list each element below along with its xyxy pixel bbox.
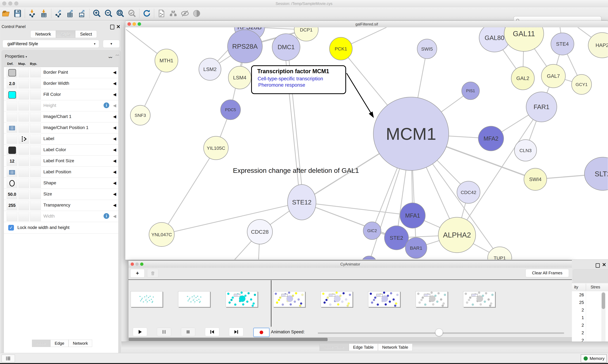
table-cell[interactable]: 25 [572, 300, 584, 305]
table-cell[interactable]: 1 [572, 315, 584, 320]
task-history-button[interactable] [1, 355, 15, 362]
frame-thumbnail-2[interactable] [226, 291, 258, 307]
default-cell[interactable]: 50.0 [7, 190, 17, 199]
network-node-GAL11[interactable]: GAL11 [504, 27, 544, 52]
property-row-border-paint[interactable]: Border Paint◀ [4, 67, 118, 78]
property-row-border-width[interactable]: 2.0Border Width◀ [4, 78, 118, 89]
mapping-cell[interactable] [18, 90, 29, 99]
network-node-PIS1[interactable]: PIS1 [462, 82, 479, 100]
default-cell[interactable] [7, 134, 17, 144]
export-image-button[interactable] [76, 8, 88, 19]
mapping-cell[interactable] [18, 156, 29, 166]
network-node-LSM4[interactable]: LSM4 [228, 66, 251, 89]
slider-thumb[interactable] [435, 329, 443, 336]
annotation-link-1[interactable]: Cell-type-specific transcription [258, 76, 323, 82]
zoom-out-button[interactable] [103, 8, 114, 19]
default-cell[interactable] [7, 68, 17, 77]
bypass-cell[interactable] [30, 134, 41, 144]
zoom-in-button[interactable] [91, 8, 103, 19]
network-node-GIC2[interactable]: GIC2 [363, 222, 381, 240]
mapping-cell[interactable] [18, 179, 29, 188]
mapping-cell[interactable] [18, 123, 29, 133]
table-cell[interactable]: 2 [572, 323, 584, 328]
import-network-button[interactable] [27, 8, 38, 19]
collapse-arrow-icon[interactable]: ◀ [113, 158, 116, 163]
tab-select[interactable]: Select [75, 30, 97, 38]
column-header[interactable]: Stres [591, 285, 600, 289]
default-cell[interactable]: 12 [7, 156, 17, 166]
network-node-DMC1[interactable]: DMC1 [272, 34, 300, 61]
close-panel-icon[interactable]: ✕ [602, 262, 606, 268]
delete-frame-button[interactable] [147, 269, 158, 277]
collapse-arrow-icon[interactable]: ◀ [113, 136, 116, 141]
bypass-cell[interactable] [30, 101, 41, 111]
network-node-SWI5[interactable]: SWI5 [417, 39, 437, 59]
network-node-GAL7[interactable]: GAL7 [541, 64, 566, 88]
canvas-annotation-text[interactable]: Expression change after deletion of GAL1 [233, 167, 359, 174]
refresh-layout-button[interactable] [141, 8, 153, 19]
network-window-titlebar[interactable]: galFiltered.sif [125, 21, 608, 27]
skip-start-button[interactable] [205, 328, 219, 336]
animation-timeline[interactable]: 0123456789 Seconds [128, 280, 572, 327]
collapse-all-icon[interactable]: ⌃⌃ [114, 54, 118, 59]
collapse-arrow-icon[interactable]: ◀ [113, 214, 116, 219]
import-table-button[interactable] [38, 8, 50, 19]
collapse-arrow-icon[interactable]: ◀ [113, 81, 116, 86]
default-cell[interactable] [7, 90, 17, 99]
bypass-cell[interactable] [30, 145, 41, 155]
find-button[interactable] [167, 8, 179, 19]
network-node-CDC28[interactable]: CDC28 [247, 220, 273, 244]
frame-thumbnail-7[interactable] [463, 291, 495, 307]
bypass-cell[interactable] [30, 190, 41, 199]
default-cell[interactable] [7, 168, 17, 177]
collapse-arrow-icon[interactable]: ◀ [113, 169, 116, 174]
property-row-label-font-size[interactable]: 12Label Font Size◀ [4, 156, 118, 167]
network-node-STE2[interactable]: STE2 [385, 226, 409, 250]
network-node-FAR1[interactable]: FAR1 [526, 92, 557, 122]
memory-button[interactable]: Memory [581, 354, 607, 363]
bypass-cell[interactable] [30, 156, 41, 166]
show-button[interactable] [191, 8, 203, 19]
tab-network-table[interactable]: Network Table [378, 344, 413, 351]
annotation-link-2[interactable]: Pheromone response [258, 82, 305, 88]
property-row-label-color[interactable]: Label Color◀ [4, 144, 118, 156]
network-node-MTH1[interactable]: MTH1 [155, 49, 178, 72]
network-node-BAR1[interactable]: BAR1 [405, 237, 427, 258]
network-node-CDC42[interactable]: CDC42 [457, 181, 480, 203]
network-node-ALPHA2[interactable]: ALPHA2 [438, 217, 476, 253]
mapping-cell[interactable] [18, 101, 29, 111]
default-cell[interactable] [7, 101, 17, 111]
mapping-cell[interactable] [18, 145, 29, 155]
network-node-MFA2[interactable]: MFA2 [478, 126, 504, 151]
collapse-arrow-icon[interactable]: ◀ [113, 70, 116, 75]
property-row-size[interactable]: 50.0Size◀ [4, 189, 118, 200]
tab-edge-table[interactable]: Edge Table [349, 344, 378, 351]
network-canvas[interactable]: RPS28BDCP1PCK1RPS28ADMC1SWI5GAL80GAL11ST… [125, 27, 608, 260]
network-node-SNF3[interactable]: SNF3 [130, 105, 150, 125]
network-node-STE4[interactable]: STE4 [551, 33, 574, 55]
network-node-PDC5[interactable]: PDC5 [221, 100, 240, 120]
chevron-down-icon[interactable]: ▾ [26, 55, 27, 58]
scrollbar-thumb[interactable] [129, 338, 328, 341]
skip-end-button[interactable] [229, 328, 243, 336]
property-row-shape[interactable]: Shape◀ [4, 178, 118, 189]
network-node-SLT2[interactable]: SLT2 [584, 157, 608, 190]
network-node-CLN3[interactable]: CLN3 [514, 140, 537, 161]
property-row-label-position[interactable]: Label Position◀ [4, 167, 118, 178]
tab-edge[interactable]: Edge [50, 340, 69, 347]
export-network-button[interactable] [53, 8, 65, 19]
network-node-YIL105C[interactable]: YIL105C [204, 136, 228, 160]
network-node-LSM2[interactable]: LSM2 [199, 58, 221, 80]
save-session-button[interactable] [12, 8, 23, 19]
lock-size-checkbox[interactable]: ✓ [8, 225, 14, 231]
timeline-playhead[interactable] [271, 280, 271, 330]
network-node-GAL2[interactable]: GAL2 [511, 67, 534, 90]
network-node-GCY1[interactable]: GCY1 [572, 75, 592, 94]
clear-all-frames-button[interactable]: Clear All Frames [525, 269, 569, 277]
default-cell[interactable]: 255 [7, 201, 17, 210]
timeline-scrollbar[interactable] [128, 337, 572, 341]
network-node-MCM1[interactable]: MCM1 [373, 97, 449, 170]
frame-thumbnail-4[interactable] [321, 291, 353, 307]
bypass-cell[interactable] [30, 179, 41, 188]
info-icon[interactable]: i [104, 213, 109, 219]
